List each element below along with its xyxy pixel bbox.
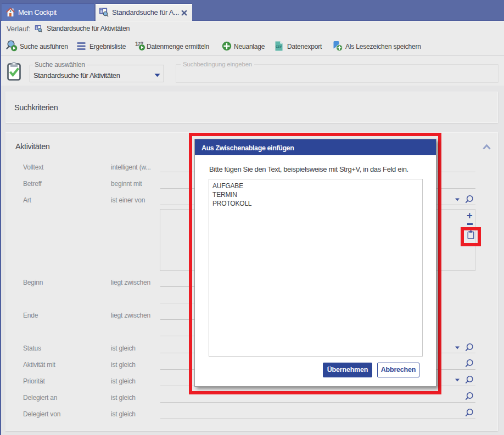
svg-text:CSV: CSV xyxy=(276,45,282,48)
